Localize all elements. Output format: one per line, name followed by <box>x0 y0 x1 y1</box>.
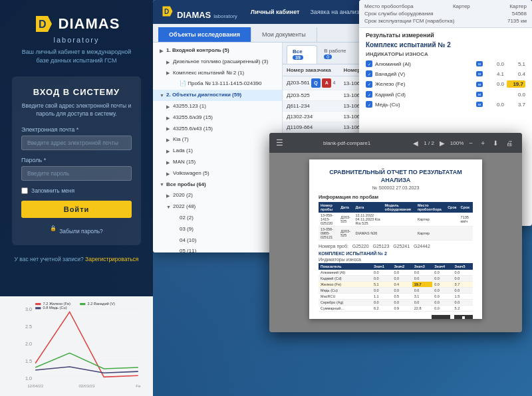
info-col1: Картер <box>453 3 470 9</box>
tree-item[interactable]: ▶ 43255.123 (1) <box>153 101 282 112</box>
svg-text:12/04/22: 12/04/22 <box>27 383 44 388</box>
browser-brand-lab: laboratory <box>213 13 237 19</box>
forgot-password-link[interactable]: Забыли пароль? <box>59 228 103 235</box>
ind-val1: 4.1 <box>485 71 504 77</box>
tree-item[interactable]: ▶ 43255.6/к43 (15) <box>153 124 282 135</box>
tab-all[interactable]: Все 39 <box>287 45 317 64</box>
exploitation-val: 7135 км <box>507 18 527 24</box>
count-in-progress: 0 <box>324 54 332 59</box>
ind-checkbox[interactable]: ✓ <box>366 70 372 77</box>
svg-text:7.2 Железо (Fe): 7.2 Железо (Fe) <box>43 302 70 306</box>
tab-documents[interactable]: Мои документы <box>251 27 317 42</box>
tree-item[interactable]: ▶ Комплекс испытаний № 2 (1) <box>153 68 282 79</box>
tree-item-selected[interactable]: ▼ 2. Объекты диагностики (59) <box>153 90 282 101</box>
svg-text:1.0: 1.0 <box>25 375 32 381</box>
pdf-download-btn[interactable]: ⬇ <box>490 138 501 148</box>
pdf-next-btn[interactable]: ▶ <box>437 138 448 148</box>
tree-item[interactable]: 📄 Проба № 13-111-1415-024390 <box>153 78 282 90</box>
nav-order[interactable]: Заявка на анализ <box>310 9 359 15</box>
remember-checkbox[interactable] <box>21 187 28 194</box>
ind-val-highlight: 19.7 <box>507 80 525 88</box>
service-label: Срок службы оборудования <box>364 11 434 17</box>
file-tree-panel: ▶ 1. Входной контроль (5) ▶ Дизельное то… <box>153 43 283 252</box>
pdf-zoom-in-btn[interactable]: + <box>478 138 487 148</box>
email-field[interactable] <box>21 136 132 150</box>
ind-checkbox[interactable]: ✓ <box>366 81 372 88</box>
pdf-ind-row: Медь (Cu) 0.00.00.00.00.0 <box>319 288 473 294</box>
svg-rect-17 <box>35 307 41 309</box>
tree-item[interactable]: 03 (9) <box>153 224 282 235</box>
svg-text:0.8 Медь (Cu): 0.8 Медь (Cu) <box>43 306 66 310</box>
th-date-out: Дата <box>354 202 383 213</box>
results-section: Результаты измерений Комплекс испытаний … <box>359 28 532 115</box>
tree-item[interactable]: ▶ MAN (15) <box>153 157 282 168</box>
th-v5: Знач5 <box>453 263 473 270</box>
ind-icon: м <box>476 92 483 97</box>
nav-personal[interactable]: Личный кабинет <box>251 9 300 15</box>
login-button[interactable]: Войти <box>21 201 132 218</box>
pdf-zoom-out-btn[interactable]: − <box>466 138 475 148</box>
exploitation-label: Срок эксплуатации ГСМ (наработка) <box>364 18 454 24</box>
ind-checkbox[interactable]: ✓ <box>366 60 372 67</box>
right-panel-info-header: Место пробоотбора Картер Картер Срок слу… <box>359 0 532 28</box>
svg-text:3.0: 3.0 <box>25 306 32 312</box>
service-val: 54568 <box>512 11 527 17</box>
th-probe-num: Номер пробы <box>319 202 338 213</box>
login-subtitle: Введите свой адрес электронной почты и п… <box>21 102 132 118</box>
pdf-prev-btn[interactable]: ◀ <box>410 138 421 148</box>
ind-checkbox[interactable]: ✓ <box>366 91 372 98</box>
tree-item[interactable]: ▶ Kia (7) <box>153 134 282 146</box>
tree-item[interactable]: ▼ Все пробы (64) <box>153 179 282 191</box>
tree-item[interactable]: ▶ 1. Входной контроль (5) <box>153 45 282 56</box>
th-v3: Знач3 <box>412 263 432 270</box>
tree-item[interactable]: 04 (10) <box>153 235 282 247</box>
pdf-qr-area <box>319 315 473 319</box>
brand-name: DIAMAS <box>59 15 120 33</box>
diamas-logo-icon: D <box>33 13 55 35</box>
status-badge: A <box>322 78 331 88</box>
login-title: ВХОД В СИСТЕМУ <box>21 87 132 97</box>
pdf-print-btn[interactable]: 🖨 <box>503 138 515 148</box>
register-link[interactable]: Зарегистрироваться <box>85 256 138 262</box>
pdf-toolbar: ☰ blank-pdf-compare1 ◀ 1 / 2 ▶ 100% − + … <box>269 133 522 153</box>
ind-checkbox[interactable]: ✓ <box>366 101 372 108</box>
chart-area: 3.0 2.5 2.0 1.5 1.0 12/04/22 02/03/23 Fe… <box>0 296 153 396</box>
pdf-window: ☰ blank-pdf-compare1 ◀ 1 / 2 ▶ 100% − + … <box>269 133 522 332</box>
ind-name: Кадмий (Cd) <box>375 92 473 98</box>
pdf-report-num: № S00002 27.03.2023 <box>319 185 473 190</box>
tree-item[interactable]: ▶ Lada (1) <box>153 146 282 157</box>
tree-item[interactable]: ▶ 2020 (2) <box>153 190 282 201</box>
tree-item[interactable]: ▼ 2022 (48) <box>153 201 282 213</box>
tab-objects[interactable]: Объекты исследования <box>158 27 251 42</box>
ind-val2: 3.7 <box>507 102 525 108</box>
tree-item[interactable]: 02 (2) <box>153 213 282 224</box>
indicator-row: ✓ Кадмий (Cd) м 0.0 <box>366 91 525 98</box>
svg-text:2.2 Ванадий (V): 2.2 Ванадий (V) <box>87 302 114 306</box>
password-field[interactable] <box>21 166 132 181</box>
pdf-probe-row: 13-059-1415-025220 Д203-525 12.11.2022 0… <box>319 213 473 227</box>
main-area: D DIAMAS laboratory Личный кабинет Заявк… <box>153 0 532 396</box>
hamburger-icon[interactable]: ☰ <box>276 138 283 148</box>
tree-item[interactable]: ▶ Volkswagen (5) <box>153 168 282 179</box>
svg-text:D: D <box>164 7 169 15</box>
register-text: У вас нет учетной записи? <box>15 256 84 262</box>
password-label: Пароль * <box>21 157 132 163</box>
ind-val2: 0.4 <box>507 71 525 77</box>
th-service1: Срок <box>446 202 458 213</box>
indicator-row: ✓ Медь (Cu) м 0.0 3.7 <box>366 101 525 108</box>
pdf-ind-row: МасRCU 1.10.53.10.01.5 <box>319 294 473 300</box>
tab-in-progress[interactable]: В работе 0 <box>319 45 356 64</box>
remember-label: Запомнить меня <box>31 187 74 194</box>
th-service2: Срок <box>459 202 473 213</box>
tree-item[interactable]: ▶ Дизельное топливо (расширенный) (3) <box>153 56 282 68</box>
brand-laboratory: laboratory <box>54 36 100 44</box>
logo-text: D DIAMAS <box>33 13 120 35</box>
tree-item[interactable]: 05 (11) <box>153 246 282 252</box>
status-badge: Q <box>311 78 321 88</box>
svg-text:1.5: 1.5 <box>25 358 32 364</box>
tree-item[interactable]: ▶ 43255.6/к39 (15) <box>153 112 282 124</box>
svg-rect-15 <box>35 303 41 305</box>
pdf-probe-table: Номер пробы Дата Дата Модель оборудовани… <box>319 202 473 241</box>
ind-icon: м <box>476 71 483 76</box>
indicators-section-label: ИНДИКАТОРЫ ИЗНОСА <box>366 51 525 57</box>
